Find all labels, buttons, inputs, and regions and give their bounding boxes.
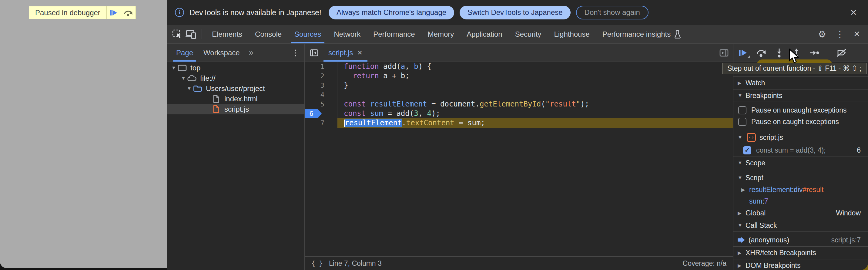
tab-application[interactable]: Application [460, 25, 508, 43]
expand-arrow-icon[interactable]: ▼ [170, 65, 177, 71]
line-number[interactable]: 7 [305, 118, 337, 128]
inspect-element-button[interactable] [170, 25, 184, 43]
expand-arrow-icon[interactable]: ▼ [180, 76, 187, 81]
section-watch[interactable]: ▶Watch [734, 77, 868, 89]
devtools-close-icon[interactable]: ✕ [850, 29, 864, 39]
line-number[interactable]: 2 [305, 71, 337, 81]
token-kw: const [344, 100, 366, 108]
tab-performance-insights[interactable]: Performance insights [596, 25, 688, 43]
collapse-arrow-icon[interactable]: ▼ [738, 160, 745, 166]
token-pln: ( [541, 100, 545, 108]
line-number[interactable]: 4 [305, 90, 337, 99]
token-num: 4 [427, 109, 431, 118]
navigator-tab-workspace[interactable]: Workspace [202, 44, 241, 62]
tab-sources[interactable]: Sources [288, 25, 328, 43]
breakpoint-badge[interactable]: 6 [305, 109, 322, 118]
expand-arrow-icon[interactable]: ▶ [738, 210, 745, 216]
navigator-kebab-icon[interactable]: ⋮ [291, 48, 300, 58]
resume-button[interactable] [738, 48, 748, 57]
infobar-close-icon[interactable]: ✕ [847, 6, 860, 19]
scope-global[interactable]: ▶GlobalWindow [734, 207, 868, 219]
toggle-navigator-button[interactable] [309, 48, 319, 58]
section-breakpoints[interactable]: ▼Breakpoints [734, 89, 868, 102]
step-over-banner-button[interactable] [121, 6, 135, 19]
devtools-window: i DevTools is now available in Japanese!… [167, 0, 868, 270]
device-toolbar-icon [185, 29, 197, 39]
more-options-kebab-icon[interactable]: ⋮ [832, 29, 848, 39]
tree-item-index-html[interactable]: index.html [167, 94, 304, 104]
section-scope[interactable]: ▼Scope [734, 156, 868, 169]
tree-item-top[interactable]: ▼top [167, 63, 304, 73]
breakpoint-checkbox[interactable]: ✓ [743, 146, 751, 154]
tab-memory[interactable]: Memory [422, 25, 461, 43]
section-call-stack[interactable]: ▼Call Stack [734, 219, 868, 232]
tab-security[interactable]: Security [509, 25, 548, 43]
token-pln: = document. [427, 100, 479, 108]
toggle-debugger-sidebar-button[interactable] [718, 47, 730, 59]
section-label: DOM Breakpoints [745, 262, 801, 270]
breakpoint-entry[interactable]: ✓const sum = add(3, 4);6 [734, 144, 868, 156]
tree-item-users-user-project[interactable]: ▼Users/user/project [167, 84, 304, 94]
tree-item-script-js[interactable]: script.js [167, 104, 304, 114]
checkbox-row-pause-on-caught-exceptions[interactable]: Pause on caught exceptions [734, 116, 868, 127]
tab-lighthouse[interactable]: Lighthouse [548, 25, 596, 43]
section-xhr-fetch-breakpoints[interactable]: ▶XHR/fetch Breakpoints [734, 246, 868, 259]
checkbox[interactable] [738, 118, 746, 126]
expand-arrow-icon[interactable]: ▶ [738, 263, 745, 268]
collapse-arrow-icon[interactable]: ▼ [738, 175, 745, 181]
line-number[interactable]: 3 [305, 81, 337, 90]
expand-arrow-icon[interactable]: ▶ [738, 80, 745, 86]
tab-label: Lighthouse [554, 30, 589, 38]
line-number[interactable]: 1 [305, 62, 337, 71]
breakpoint-group-script-js[interactable]: ▼‹›script.js [734, 131, 868, 144]
tab-label: Network [334, 30, 361, 38]
tab-console[interactable]: Console [249, 25, 288, 43]
tab-performance[interactable]: Performance [367, 25, 421, 43]
step-into-button[interactable] [775, 48, 784, 58]
code-editor[interactable]: 1function add(a, b) {2 return a + b;3}45… [305, 62, 733, 256]
always-match-language-button[interactable]: Always match Chrome's language [329, 6, 454, 20]
cursor-position-label: Line 7, Column 3 [329, 260, 382, 268]
line-number[interactable]: 5 [305, 99, 337, 109]
scope-script[interactable]: ▼Script [734, 172, 868, 184]
expand-arrow-icon[interactable]: ▶ [738, 250, 745, 256]
navigator-tab-page[interactable]: Page [175, 44, 194, 62]
call-stack-frame[interactable]: (anonymous)script.js:7 [734, 234, 868, 246]
resume-script-button[interactable] [106, 6, 121, 19]
editor-tab-close-icon[interactable]: ✕ [357, 49, 363, 56]
collapse-left-panel-icon [309, 48, 319, 58]
token-strq: " [546, 100, 550, 108]
checkbox[interactable] [738, 106, 746, 114]
collapse-arrow-icon[interactable]: ▼ [738, 223, 745, 228]
switch-to-japanese-button[interactable]: Switch DevTools to Japanese [460, 6, 570, 20]
step-button[interactable] [809, 48, 819, 57]
code-text: return a + b; [337, 71, 733, 81]
checkbox-row-pause-on-uncaught-exceptions[interactable]: Pause on uncaught exceptions [734, 104, 868, 116]
collapse-arrow-icon[interactable]: ▼ [738, 135, 745, 140]
tree-item-file-[interactable]: ▼file:// [167, 73, 304, 84]
section-label: Breakpoints [745, 92, 782, 100]
line-number[interactable]: 6 [305, 109, 337, 118]
expand-arrow-icon[interactable]: ▼ [186, 86, 193, 91]
section-dom-breakpoints[interactable]: ▶DOM Breakpoints [734, 259, 868, 270]
scope-variable[interactable]: ▶resultElement: div#result [734, 184, 868, 196]
more-tabs-chevrons[interactable]: » [249, 48, 253, 57]
device-toolbar-button[interactable] [184, 25, 198, 43]
step-over-button[interactable] [756, 48, 767, 58]
scope-variable[interactable]: sum: 7 [734, 196, 868, 207]
dont-show-again-button[interactable]: Don't show again [576, 6, 649, 20]
editor-tab-scriptjs[interactable]: script.js ✕ [323, 44, 368, 62]
token-def: a [401, 62, 405, 71]
tab-label: Sources [294, 30, 321, 38]
navigator-header: PageWorkspace » ⋮ [167, 44, 304, 62]
tab-network[interactable]: Network [328, 25, 367, 43]
expand-arrow-icon[interactable]: ▶ [741, 187, 749, 193]
collapse-arrow-icon[interactable]: ▼ [738, 93, 745, 98]
step-icon [809, 48, 819, 57]
tab-elements[interactable]: Elements [206, 25, 249, 43]
scope-label: Global [745, 209, 766, 217]
pretty-print-button[interactable]: { } [311, 260, 323, 267]
settings-gear-icon[interactable]: ⚙ [814, 29, 830, 39]
deactivate-breakpoints-button[interactable] [836, 48, 847, 58]
token-pln [366, 109, 370, 118]
